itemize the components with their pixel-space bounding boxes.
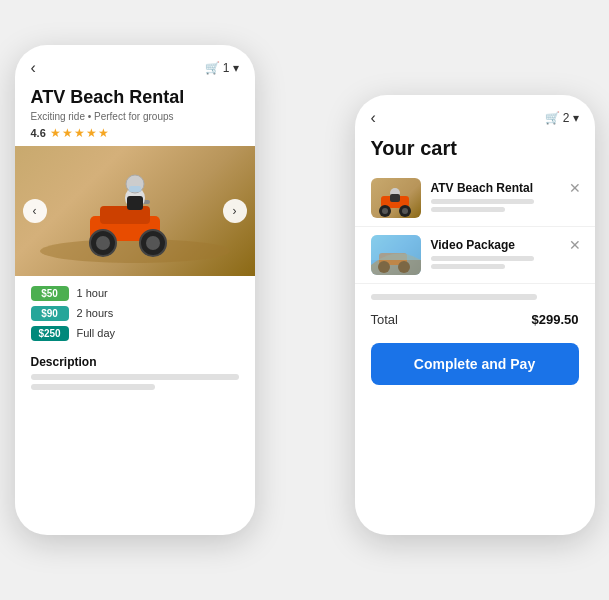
cart-button[interactable]: 🛒 1 ▾ <box>205 61 239 75</box>
right-cart-icon: 🛒 <box>545 111 560 125</box>
cart-title: Your cart <box>355 133 595 170</box>
svg-point-6 <box>146 236 160 250</box>
cart-item-2-thumb <box>371 235 421 275</box>
cart-video-icon <box>371 235 421 275</box>
product-title: ATV Beach Rental <box>31 87 239 109</box>
cart-item-2-remove[interactable]: ✕ <box>569 237 581 253</box>
cart-item-2-detail-2 <box>431 264 505 269</box>
product-image: ‹ › <box>15 146 255 276</box>
right-cart-button[interactable]: 🛒 2 ▾ <box>545 111 579 125</box>
svg-rect-11 <box>127 196 143 210</box>
right-back-button[interactable]: ‹ <box>371 109 376 127</box>
description-title: Description <box>31 355 239 369</box>
svg-rect-18 <box>390 194 400 202</box>
price-row-2[interactable]: $90 2 hours <box>31 306 239 321</box>
rating-number: 4.6 <box>31 127 46 139</box>
description-section: Description <box>15 347 255 400</box>
cart-atv-icon <box>371 178 421 218</box>
product-subtitle: Exciting ride • Perfect for groups <box>31 111 239 122</box>
cart-icon: 🛒 <box>205 61 220 75</box>
cart-item-2-detail-1 <box>431 256 535 261</box>
desc-line-1 <box>31 374 239 380</box>
cart-item-2-info: Video Package <box>431 238 579 272</box>
cart-count: 1 <box>223 61 230 75</box>
cart-total-section: Total $299.50 <box>355 284 595 335</box>
chevron-down-icon: ▾ <box>233 61 239 75</box>
stars: ★★★★★ <box>50 126 110 140</box>
right-chevron-down-icon: ▾ <box>573 111 579 125</box>
cart-item-2: Video Package ✕ <box>355 227 595 284</box>
svg-point-16 <box>402 208 408 214</box>
right-header: ‹ 🛒 2 ▾ <box>355 95 595 133</box>
price-label-2hours: 2 hours <box>77 307 114 319</box>
total-amount: $299.50 <box>532 312 579 327</box>
cart-item-1-image <box>371 178 421 218</box>
cart-item-1-info: ATV Beach Rental <box>431 181 579 215</box>
cart-item-1-remove[interactable]: ✕ <box>569 180 581 196</box>
svg-rect-22 <box>371 235 421 260</box>
right-cart-count: 2 <box>563 111 570 125</box>
image-content <box>15 146 255 276</box>
price-label-1hour: 1 hour <box>77 287 108 299</box>
prev-arrow[interactable]: ‹ <box>23 199 47 223</box>
price-label-fullday: Full day <box>77 327 116 339</box>
price-badge-1hour[interactable]: $50 <box>31 286 69 301</box>
desc-line-2 <box>31 384 156 390</box>
cart-item-1: ATV Beach Rental ✕ <box>355 170 595 227</box>
atv-illustration <box>35 156 235 266</box>
title-section: ATV Beach Rental Exciting ride • Perfect… <box>15 83 255 146</box>
price-badge-fullday[interactable]: $250 <box>31 326 69 341</box>
back-button[interactable]: ‹ <box>31 59 36 77</box>
subtotal-line <box>371 294 537 300</box>
cart-item-1-name: ATV Beach Rental <box>431 181 579 195</box>
svg-point-14 <box>382 208 388 214</box>
left-phone: ‹ 🛒 1 ▾ ATV Beach Rental Exciting ride •… <box>15 45 255 535</box>
svg-point-0 <box>40 239 230 263</box>
complete-and-pay-button[interactable]: Complete and Pay <box>371 343 579 385</box>
right-phone: ‹ 🛒 2 ▾ Your cart <box>355 95 595 535</box>
total-label: Total <box>371 312 398 327</box>
cart-item-2-image <box>371 235 421 275</box>
svg-rect-10 <box>129 186 141 192</box>
next-arrow[interactable]: › <box>223 199 247 223</box>
pricing-section: $50 1 hour $90 2 hours $250 Full day <box>15 276 255 347</box>
rating-row: 4.6 ★★★★★ <box>31 126 239 140</box>
price-row-1[interactable]: $50 1 hour <box>31 286 239 301</box>
svg-rect-2 <box>100 206 150 224</box>
svg-point-4 <box>96 236 110 250</box>
price-row-3[interactable]: $250 Full day <box>31 326 239 341</box>
scene: ‹ 🛒 1 ▾ ATV Beach Rental Exciting ride •… <box>15 15 595 585</box>
cart-item-1-detail-2 <box>431 207 505 212</box>
cart-item-1-detail-1 <box>431 199 535 204</box>
cart-item-2-name: Video Package <box>431 238 579 252</box>
price-badge-2hours[interactable]: $90 <box>31 306 69 321</box>
cart-item-1-thumb <box>371 178 421 218</box>
left-header: ‹ 🛒 1 ▾ <box>15 45 255 83</box>
total-row: Total $299.50 <box>371 310 579 327</box>
